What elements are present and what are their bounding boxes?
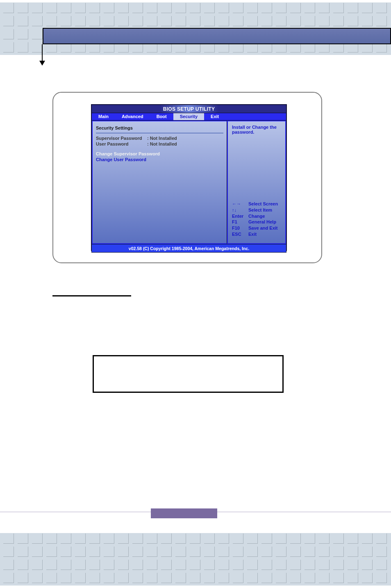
decorative-checker-bottom bbox=[0, 533, 391, 586]
status-row-supervisor: Supervisor Password : Not Installed bbox=[96, 136, 223, 141]
tab-exit[interactable]: Exit bbox=[204, 113, 225, 120]
bios-window: BIOS SETUP UTILITY Main Advanced Boot Se… bbox=[91, 104, 287, 251]
tab-advanced[interactable]: Advanced bbox=[115, 113, 150, 120]
bios-title-bar: BIOS SETUP UTILITY bbox=[91, 105, 286, 113]
hint-key: ↑↓ bbox=[232, 207, 248, 213]
help-text: Install or Change the bbox=[232, 125, 281, 130]
hint-key: ←→ bbox=[232, 201, 248, 207]
section-header-banner bbox=[43, 28, 391, 44]
bios-footer-copyright: v02.58 (C) Copyright 1985-2004, American… bbox=[91, 244, 286, 253]
status-row-user: User Password : Not Installed bbox=[96, 141, 223, 146]
hint-key: F10 bbox=[232, 225, 248, 231]
tab-main[interactable]: Main bbox=[92, 113, 115, 120]
status-value: : Not Installed bbox=[147, 136, 177, 141]
help-text: password. bbox=[232, 130, 281, 134]
hint-key: Enter bbox=[232, 213, 248, 219]
bios-screenshot-frame: BIOS SETUP UTILITY Main Advanced Boot Se… bbox=[52, 92, 322, 263]
tab-boot[interactable]: Boot bbox=[150, 113, 173, 120]
status-value: : Not Installed bbox=[147, 141, 177, 146]
hint-key: F1 bbox=[232, 219, 248, 225]
status-label: Supervisor Password bbox=[96, 136, 147, 141]
hint-action: General Help bbox=[248, 219, 276, 225]
inline-callout-box bbox=[93, 355, 284, 393]
hint-action: Select Item bbox=[248, 207, 272, 213]
hint-action: Select Screen bbox=[248, 201, 278, 207]
down-arrow-icon bbox=[42, 44, 43, 61]
panel-heading: Security Settings bbox=[96, 125, 223, 133]
option-change-user-password[interactable]: Change User Password bbox=[96, 157, 223, 162]
status-label: User Password bbox=[96, 141, 147, 146]
bios-tab-bar: Main Advanced Boot Security Exit bbox=[91, 113, 286, 121]
bios-help-panel: Install or Change the password. ←→Select… bbox=[227, 121, 286, 244]
hint-action: Change bbox=[248, 213, 265, 219]
hint-key: ESC bbox=[232, 231, 248, 237]
bios-body: Security Settings Supervisor Password : … bbox=[91, 121, 286, 244]
hint-action: Exit bbox=[248, 231, 257, 237]
section-underline bbox=[52, 295, 131, 296]
key-hints: ←→Select Screen ↑↓Select Item EnterChang… bbox=[232, 201, 278, 237]
hint-action: Save and Exit bbox=[248, 225, 278, 231]
bios-main-panel: Security Settings Supervisor Password : … bbox=[92, 121, 227, 244]
option-change-supervisor-password[interactable]: Change Supervisor Password bbox=[96, 151, 223, 156]
footer-chip bbox=[151, 508, 217, 518]
tab-security[interactable]: Security bbox=[173, 113, 204, 120]
